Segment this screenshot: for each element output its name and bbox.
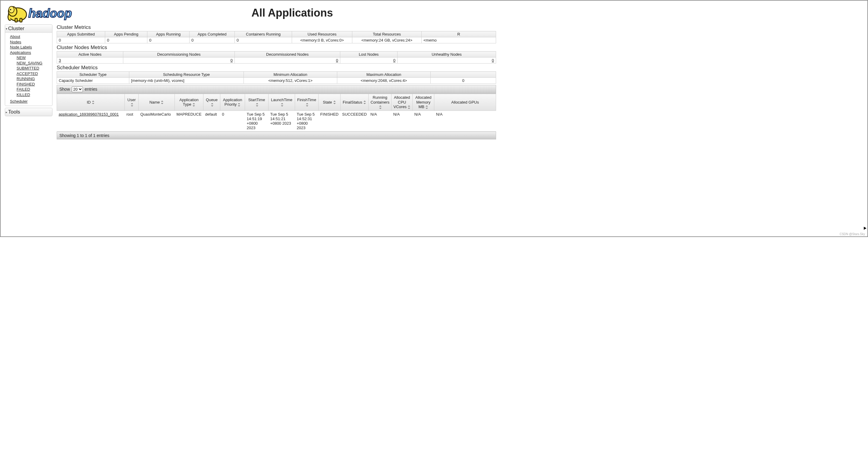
app-window: hadoop All Applications Cluster About No… — [0, 0, 868, 237]
col-alloc-gpus[interactable]: Allocated GPUs — [434, 94, 496, 111]
col-alloc-mem[interactable]: Allocated Memory MB — [412, 94, 434, 111]
col-overflow: R — [422, 31, 496, 37]
sidebar-state-killed[interactable]: KILLED — [17, 93, 30, 97]
col-state[interactable]: State — [318, 94, 341, 111]
col-running-containers[interactable]: Running Containers — [369, 94, 392, 111]
cell-launch: Tue Sep 5 14:51:21 +0800 2023 — [269, 110, 295, 131]
cell[interactable]: 0 — [398, 58, 496, 64]
sidebar-state-finished[interactable]: FINISHED — [17, 82, 35, 87]
cell-type: MAPREDUCE — [175, 110, 204, 131]
cell: Capacity Scheduler — [57, 78, 129, 84]
cell: <memory:0 B, vCores:0> — [292, 37, 352, 43]
col-priority[interactable]: Application Priority — [220, 94, 245, 111]
unhealthy-nodes-link[interactable]: 0 — [492, 58, 494, 63]
sidebar-state-failed[interactable]: FAILED — [17, 87, 30, 92]
sort-icon — [256, 103, 258, 107]
cell[interactable]: 0 — [235, 58, 340, 64]
svg-rect-5 — [20, 19, 22, 22]
scheduler-metrics-table: Scheduler Type Scheduling Resource Type … — [57, 71, 496, 84]
cell-queue: default — [204, 110, 220, 131]
sidebar-tools-panel: Tools — [5, 108, 53, 116]
sidebar: Cluster About Nodes Node Labels Applicat… — [5, 24, 53, 139]
sidebar-link-nodes[interactable]: Nodes — [10, 40, 22, 44]
col-decommissioning: Decommissioning Nodes — [123, 52, 235, 58]
table-row: application_1693896078153_0001 root Quas… — [57, 110, 496, 131]
sidebar-state-new[interactable]: NEW — [17, 56, 26, 60]
cell[interactable]: 3 — [57, 58, 123, 64]
sort-icon — [306, 103, 309, 107]
cell[interactable]: 0 — [123, 58, 235, 64]
col-containers-running: Containers Running — [235, 31, 292, 37]
sidebar-state-running[interactable]: RUNNING — [17, 76, 35, 81]
hadoop-logo-svg: hadoop — [4, 2, 90, 24]
sort-icon — [408, 105, 410, 109]
col-apps-running: Apps Running — [147, 31, 190, 37]
sort-icon — [211, 103, 214, 107]
cluster-metrics-title: Cluster Metrics — [57, 24, 496, 30]
col-min-alloc: Minimum Allocation — [244, 72, 337, 78]
sidebar-state-new-saving[interactable]: NEW_SAVING — [17, 61, 42, 65]
table-header-row: Scheduler Type Scheduling Resource Type … — [57, 72, 496, 78]
show-label-suffix: entries — [85, 87, 97, 92]
table-row: 0 0 0 0 0 <memory:0 B, vCores:0> <memory… — [57, 37, 496, 43]
cell: <memo — [422, 37, 496, 43]
col-active-nodes: Active Nodes — [57, 52, 123, 58]
col-finish-time[interactable]: FinishTime — [295, 94, 318, 111]
main-content: Cluster Metrics Apps Submitted Apps Pend… — [57, 24, 496, 139]
col-lost-nodes: Lost Nodes — [340, 52, 398, 58]
col-max-alloc: Maximum Allocation — [337, 72, 431, 78]
page-size-select[interactable]: 20 — [72, 87, 83, 92]
table-header-row: ID User Name Application Type Queue Appl… — [57, 94, 496, 111]
lost-nodes-link[interactable]: 0 — [393, 58, 396, 63]
col-final-status[interactable]: FinalStatus — [340, 94, 369, 111]
cell-rc: N/A — [369, 110, 392, 131]
sort-icon — [364, 101, 366, 104]
active-nodes-link[interactable]: 3 — [59, 58, 61, 63]
logo-text: hadoop — [28, 7, 72, 20]
sidebar-cluster-header[interactable]: Cluster — [5, 25, 52, 33]
sort-icon — [333, 101, 336, 104]
col-start-time[interactable]: StartTime — [245, 94, 269, 111]
sidebar-link-node-labels[interactable]: Node Labels — [10, 45, 32, 49]
col-apps-submitted: Apps Submitted — [57, 31, 105, 37]
col-apps-pending: Apps Pending — [105, 31, 147, 37]
sidebar-link-about[interactable]: About — [10, 34, 20, 39]
cell: 0 — [190, 37, 235, 43]
applications-table: ID User Name Application Type Queue Appl… — [57, 94, 496, 132]
table-row: Capacity Scheduler [memory-mb (unit=Mi),… — [57, 78, 496, 84]
cell-vcores: N/A — [392, 110, 412, 131]
sidebar-state-submitted[interactable]: SUBMITTED — [17, 66, 39, 70]
col-queue[interactable]: Queue — [204, 94, 220, 111]
decommissioned-link[interactable]: 0 — [336, 58, 338, 63]
app-id-link[interactable]: application_1693896078153_0001 — [59, 112, 119, 117]
cluster-metrics-table: Apps Submitted Apps Pending Apps Running… — [57, 31, 496, 43]
sort-icon — [92, 101, 95, 104]
cell: 0 — [235, 37, 292, 43]
decommissioning-link[interactable]: 0 — [230, 58, 233, 63]
sort-icon — [426, 105, 428, 109]
sort-icon — [161, 101, 164, 104]
sidebar-tools-header[interactable]: Tools — [5, 108, 52, 116]
hadoop-logo: hadoop — [4, 2, 90, 24]
col-user[interactable]: User — [125, 94, 138, 111]
cell-user: root — [125, 110, 138, 131]
table-header-row: Apps Submitted Apps Pending Apps Running… — [57, 31, 496, 37]
col-app-type[interactable]: Application Type — [175, 94, 204, 111]
sidebar-link-applications[interactable]: Applications — [10, 50, 31, 55]
cell[interactable]: 0 — [340, 58, 398, 64]
col-launch-time[interactable]: LaunchTime — [269, 94, 295, 111]
col-name[interactable]: Name — [138, 94, 175, 111]
col-id[interactable]: ID — [57, 94, 125, 111]
cell-gpus: N/A — [434, 110, 496, 131]
table-row: 3 0 0 0 0 — [57, 58, 496, 64]
datatable-info-bar: Showing 1 to 1 of 1 entries — [57, 132, 496, 139]
col-apps-completed: Apps Completed — [190, 31, 235, 37]
col-alloc-vcores[interactable]: Allocated CPU VCores — [392, 94, 412, 111]
cursor-icon — [864, 227, 867, 231]
topbar: hadoop All Applications — [1, 1, 498, 24]
sidebar-state-accepted[interactable]: ACCEPTED — [17, 71, 38, 76]
cell: <memory:512, vCores:1> — [244, 78, 337, 84]
sidebar-link-scheduler[interactable]: Scheduler — [10, 99, 28, 104]
nodes-metrics-title: Cluster Nodes Metrics — [57, 44, 496, 51]
cell-final: SUCCEEDED — [340, 110, 369, 131]
